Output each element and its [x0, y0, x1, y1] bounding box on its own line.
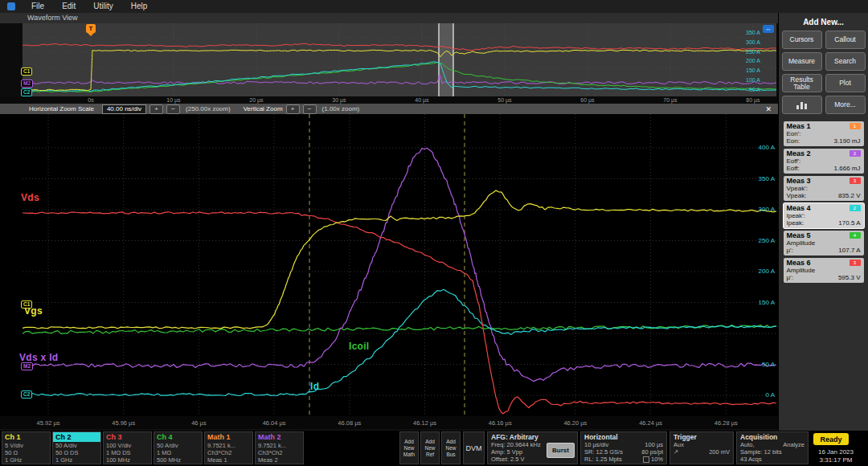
- add-new-ref-button[interactable]: AddNewRef: [420, 431, 440, 464]
- waveform-histogram-icon-button[interactable]: [782, 96, 822, 114]
- horizontal-position: 10%: [651, 456, 663, 463]
- measurement-value: 595.3 V: [838, 274, 861, 281]
- channel-badge-ch-1[interactable]: Ch 15 V/div50 Ω1 GHz: [2, 431, 51, 464]
- add-new-math-button[interactable]: AddNewMath: [399, 431, 419, 464]
- add-cursors-button[interactable]: Cursors: [782, 31, 822, 49]
- zoom-increase-button[interactable]: +: [149, 104, 163, 114]
- add-plot-button[interactable]: Plot: [825, 74, 866, 92]
- add-callout-button[interactable]: Callout: [825, 31, 866, 49]
- zoom-window-box[interactable]: [439, 23, 453, 96]
- measurement-value: 107.7 A: [838, 247, 860, 254]
- vertical-zoom-factor: (1.00x zoom): [322, 105, 360, 112]
- trace-label-id: Id: [310, 381, 319, 392]
- overview-time-label: 0s: [75, 97, 107, 103]
- add-results-table-button[interactable]: Results Table: [782, 74, 822, 92]
- measurement-badge-meas-2[interactable]: Meas 22Eoff':Eoff:1.666 mJ: [784, 149, 864, 174]
- add-measure-button[interactable]: Measure: [782, 52, 822, 71]
- measurement-badge-meas-6[interactable]: Meas 63Amplitudeµ':595.3 V: [784, 258, 864, 283]
- zoom-decrease-button[interactable]: −: [166, 104, 180, 114]
- channel-badge-math-1[interactable]: Math 19.7521 k...Ch3*Ch2Meas 1: [204, 431, 253, 464]
- menu-help[interactable]: Help: [122, 0, 157, 13]
- measurement-badge-meas-4[interactable]: Meas 42Ipeak':Ipeak:170.5 A: [784, 203, 864, 228]
- zoomed-time-label: 45.96 µs: [106, 419, 141, 427]
- position-indicator-icon: [643, 456, 649, 463]
- horizontal-zoom-factor: (250.00x zoom): [186, 105, 231, 112]
- channel-badge-ch-2[interactable]: Ch 250 A/div50 Ω DS1 GHz: [52, 431, 101, 464]
- channel-marker-c2[interactable]: C2: [21, 88, 32, 96]
- channel-marker-c2[interactable]: C2: [21, 390, 32, 399]
- measurement-value: 3.190 mJ: [834, 137, 861, 145]
- channel-marker-m2[interactable]: M2: [21, 362, 33, 370]
- measurement-badge-meas-1[interactable]: Meas 11Eon':Eon:3.190 mJ: [784, 121, 864, 146]
- channel-marker-c1[interactable]: C1: [21, 300, 32, 309]
- channel-badge-detail: Meas 2: [256, 456, 303, 464]
- measurement-badge-meas-5[interactable]: Meas 54Amplitudeµ':107.7 A: [784, 231, 864, 255]
- horizontal-panel[interactable]: Horizontal 10 µs/div 100 µs SR: 12.5 GS/…: [580, 431, 667, 464]
- measurement-badge-meas-3[interactable]: Meas 33Vpeak':Vpeak:835.2 V: [784, 176, 864, 201]
- measurement-badge-list: Meas 11Eon':Eon:3.190 mJMeas 22Eoff':Eof…: [779, 121, 868, 285]
- trigger-position-marker[interactable]: T: [86, 24, 96, 33]
- vertical-zoom-decrease-button[interactable]: −: [303, 104, 317, 114]
- horizontal-resolution: 80 ps/pt: [641, 448, 663, 456]
- measurement-value-label: µ':: [787, 247, 793, 254]
- zoomed-scale-label: 250 A: [743, 237, 775, 244]
- channel-badge-ch-3[interactable]: Ch 3100 V/div1 MΩ DS100 MHz: [103, 431, 152, 464]
- zoomed-time-label: 45.92 µs: [31, 419, 66, 427]
- overview-time-label: 50 µs: [489, 97, 521, 103]
- close-icon[interactable]: ✕: [765, 105, 772, 113]
- overview-scale-label: 150 A: [746, 67, 760, 73]
- panel-collapse-icon[interactable]: ↔: [763, 25, 774, 33]
- measurement-value-row: Ipeak:170.5 A: [787, 219, 861, 227]
- oscilloscope-app: FileEditUtilityHelp Waveform View 350 A3…: [0, 0, 868, 466]
- overview-vertical-scale: 350 A300 A250 A200 A150 A100 A50 A: [746, 30, 760, 92]
- afg-frequency: Freq: 20.9644 kHz: [491, 441, 549, 448]
- overview-time-label: 80 µs: [737, 97, 769, 103]
- acquisition-mode: Auto,: [740, 441, 755, 448]
- overview-scale-label: 250 A: [746, 49, 760, 55]
- overview-waveform-svg: [23, 23, 776, 96]
- menu-utility[interactable]: Utility: [84, 0, 121, 13]
- add-more-button[interactable]: More...: [825, 96, 866, 114]
- overview-time-label: 10 µs: [158, 97, 190, 103]
- measurement-title: Meas 3: [787, 177, 811, 185]
- measurement-value: 170.5 A: [838, 219, 860, 227]
- channel-marker-c1[interactable]: C1: [21, 67, 32, 76]
- zoomed-waveform-svg: [23, 114, 776, 416]
- channel-badge-header: Ch 1: [2, 432, 50, 442]
- menu-file[interactable]: File: [23, 0, 53, 13]
- measurement-value-label: Eoff:: [787, 165, 800, 172]
- burst-button[interactable]: Burst: [547, 443, 575, 458]
- acquisition-overview[interactable]: 350 A300 A250 A200 A150 A100 A50 A ↔ T C…: [0, 23, 778, 96]
- overview-scale-label: 200 A: [746, 58, 760, 63]
- zoom-scale-value-field[interactable]: 40.00 ns/div: [102, 104, 146, 114]
- afg-amplitude: Amp: 5 Vpp: [491, 448, 549, 456]
- afg-panel[interactable]: AFG: Arbitrary Freq: 20.9644 kHz Amp: 5 …: [487, 431, 578, 464]
- channel-badge-header: Math 2: [256, 432, 303, 442]
- acquisition-panel[interactable]: Acquisition Auto, Analyze Sample: 12 bit…: [736, 431, 809, 464]
- zoomed-time-axis: 45.92 µs45.96 µs46 µs46.04 µs46.08 µs46.…: [0, 416, 778, 429]
- ch3-vds-trace: [23, 212, 776, 414]
- measurement-title: Meas 6: [787, 259, 811, 267]
- channel-badge-math-2[interactable]: Math 29.7521 k...Ch3*Ch2Meas 2: [255, 431, 304, 464]
- button-label-line: New: [421, 445, 439, 452]
- menu-edit[interactable]: Edit: [53, 0, 84, 13]
- trigger-source: Aux: [674, 441, 731, 448]
- channel-badge-ch-4[interactable]: Ch 450 A/div1 MΩ500 MHz: [154, 431, 203, 464]
- dvm-button[interactable]: DVM: [463, 431, 485, 464]
- button-label-line: Math: [400, 452, 418, 458]
- trace-label-vds-x-id: Vds x Id: [19, 352, 58, 363]
- overview-scale-label: 350 A: [746, 30, 760, 35]
- channel-badge-detail: 1 MΩ DS: [104, 449, 151, 456]
- trace-label-icoil: Icoil: [349, 341, 370, 352]
- measurement-source-chip: 2: [850, 205, 861, 211]
- vertical-zoom-increase-button[interactable]: +: [286, 104, 300, 114]
- measurement-badge-header: Meas 42: [787, 204, 861, 212]
- trigger-slope-icon: ↗: [674, 448, 678, 456]
- trigger-panel[interactable]: Trigger Aux ↗ 200 mV: [669, 431, 734, 464]
- add-new-bus-button[interactable]: AddNewBus: [441, 431, 461, 464]
- channel-marker-m2[interactable]: M2: [21, 80, 33, 88]
- channel-badge-detail: 9.7521 k...: [256, 442, 303, 449]
- add-search-button[interactable]: Search: [825, 52, 866, 71]
- measurement-source-chip: 2: [850, 150, 861, 157]
- zoomed-waveform-view[interactable]: 400 A350 A300 A250 A200 A150 A50 A0 AVds…: [0, 114, 778, 416]
